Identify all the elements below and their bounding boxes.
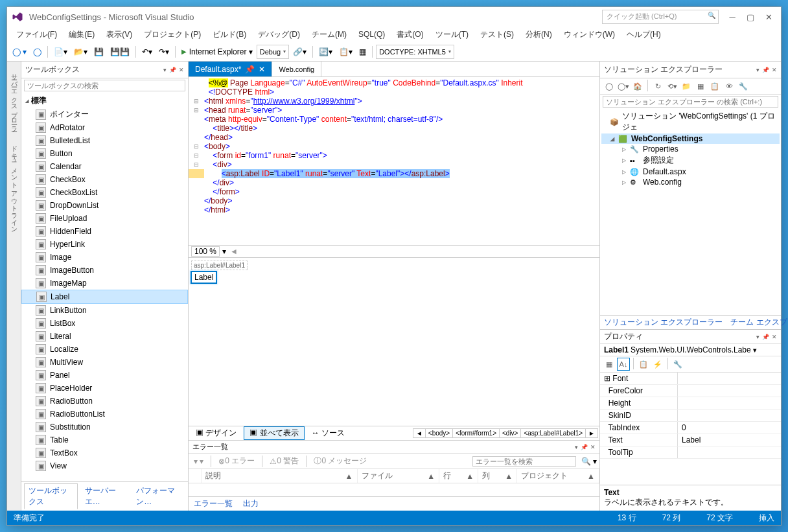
- toolbox-item-panel[interactable]: ▣Panel: [21, 369, 188, 382]
- doc-tab-default-aspx[interactable]: Default.aspx*📌✕: [189, 62, 272, 76]
- warning-filter[interactable]: ⚠ 0 警告: [267, 455, 301, 467]
- toolbox-item-fileupload[interactable]: ▣FileUpload: [21, 212, 188, 225]
- menu-tools[interactable]: ツール(T): [430, 28, 474, 41]
- pane-dropdown-icon[interactable]: ▾: [575, 444, 578, 450]
- pane-dropdown-icon[interactable]: ▾: [163, 67, 167, 73]
- error-filter[interactable]: ⊗ 0 エラー: [216, 455, 257, 467]
- alphabetize-button[interactable]: A↓: [617, 358, 630, 371]
- property-pages-icon[interactable]: 🔧: [671, 358, 684, 371]
- toolbox-item-hyperlink[interactable]: ▣HyperLink: [21, 238, 188, 251]
- close-icon[interactable]: ✕: [772, 67, 777, 73]
- toolbox-item-hiddenfield[interactable]: ▣HiddenField: [21, 225, 188, 238]
- pin-icon[interactable]: 📌: [762, 67, 769, 73]
- nav-back-button[interactable]: ◯ ▾: [10, 44, 29, 60]
- breadcrumb-item[interactable]: <body>: [425, 428, 453, 438]
- toolbox-item-radiobutton[interactable]: ▣RadioButton: [21, 395, 188, 408]
- toolbox-item-listbox[interactable]: ▣ListBox: [21, 317, 188, 330]
- close-icon[interactable]: ✕: [259, 65, 265, 74]
- toolbox-item-checkboxlist[interactable]: ▣CheckBoxList: [21, 186, 188, 199]
- toolbox-item-placeholder[interactable]: ▣PlaceHolder: [21, 382, 188, 395]
- toolbox-item-multiview[interactable]: ▣MultiView: [21, 356, 188, 369]
- menu-team[interactable]: チーム(M): [307, 28, 352, 41]
- property-object-selector[interactable]: Label1 System.Web.UI.WebControls.Labe ▾: [600, 344, 781, 356]
- toolbox-item-checkbox[interactable]: ▣CheckBox: [21, 173, 188, 186]
- toolbox-item-dropdownlist[interactable]: ▣DropDownList: [21, 199, 188, 212]
- toolbox-item-localize[interactable]: ▣Localize: [21, 343, 188, 356]
- categorize-button[interactable]: ▦: [603, 358, 616, 371]
- menu-format[interactable]: 書式(O): [391, 28, 428, 41]
- side-tab-server-explorer[interactable]: サーバー エクスプローラー: [8, 67, 20, 131]
- toolbox-item-adrotator[interactable]: ▣AdRotator: [21, 121, 188, 134]
- zoom-dropdown[interactable]: 100 %: [191, 246, 220, 257]
- open-button[interactable]: 📂▾: [71, 44, 90, 60]
- showall-icon[interactable]: 📁: [680, 80, 693, 93]
- message-filter[interactable]: ⓘ 0 メッセージ: [311, 455, 369, 467]
- code-editor[interactable]: <%@ Page Language="C#" AutoEventWireup="…: [189, 77, 599, 245]
- menu-project[interactable]: プロジェクト(P): [139, 28, 206, 41]
- tree-solution-root[interactable]: 📦ソリューション 'WebConfigSettings' (1 プロジェ: [601, 110, 780, 133]
- tab-performance[interactable]: パフォーマン…: [132, 483, 185, 509]
- label-preview[interactable]: Label: [191, 272, 216, 283]
- menu-window[interactable]: ウィンドウ(W): [559, 28, 620, 41]
- toolbox-item-button[interactable]: ▣Button: [21, 147, 188, 160]
- view-source-button[interactable]: ↔ ソース: [306, 426, 351, 440]
- nav-forward-button[interactable]: ◯: [30, 44, 44, 60]
- menu-view[interactable]: 表示(V): [101, 28, 137, 41]
- filter-dropdown[interactable]: ▾ ▾: [191, 456, 206, 467]
- menu-debug[interactable]: デバッグ(D): [253, 28, 305, 41]
- tab-error-list[interactable]: エラー一覧: [189, 497, 238, 511]
- events-button[interactable]: ⚡: [651, 358, 664, 371]
- tree-web-config[interactable]: ▷⚙Web.config: [601, 177, 780, 187]
- menu-test[interactable]: テスト(S): [475, 28, 519, 41]
- property-row[interactable]: ToolTip: [600, 446, 781, 459]
- property-row[interactable]: TextLabel: [600, 434, 781, 446]
- format-button[interactable]: ▦: [356, 44, 369, 60]
- pane-dropdown-icon[interactable]: ▾: [756, 334, 759, 340]
- breadcrumb-item[interactable]: <asp:Label#Label1>: [520, 428, 586, 438]
- save-all-button[interactable]: 💾💾: [108, 44, 132, 60]
- refresh-icon[interactable]: ↻: [651, 80, 664, 93]
- sync-icon[interactable]: ⟲▾: [666, 80, 678, 93]
- toolbox-item-imagebutton[interactable]: ▣ImageButton: [21, 264, 188, 277]
- menu-analyze[interactable]: 分析(N): [520, 28, 557, 41]
- back-button[interactable]: ◯▾: [617, 80, 630, 93]
- tree-properties[interactable]: ▷🔧Properties: [601, 144, 780, 154]
- tab-output[interactable]: 出力: [238, 497, 264, 511]
- undo-button[interactable]: ↶▾: [139, 44, 155, 60]
- breadcrumb-item[interactable]: <form#form1>: [452, 428, 500, 438]
- property-row[interactable]: TabIndex0: [600, 422, 781, 434]
- toolbox-search-input[interactable]: [24, 80, 185, 91]
- tab-server-explorer[interactable]: サーバー エ…: [80, 483, 130, 509]
- design-preview[interactable]: asp:Label#Label1 Label: [189, 257, 599, 426]
- tab-toolbox[interactable]: ツールボックス: [24, 483, 78, 509]
- menu-help[interactable]: ヘルプ(H): [621, 28, 666, 41]
- view-design-button[interactable]: ▣ デザイン: [190, 426, 242, 440]
- menu-file[interactable]: ファイル(F): [11, 28, 62, 41]
- col-description[interactable]: 説明 ▲: [202, 469, 358, 483]
- pin-icon[interactable]: 📌: [245, 65, 255, 74]
- collapse-icon[interactable]: ▦: [694, 80, 707, 93]
- pin-icon[interactable]: 📌: [169, 67, 176, 73]
- menu-sql[interactable]: SQL(Q): [353, 29, 390, 40]
- home-button[interactable]: ◯: [603, 80, 616, 93]
- solution-search-input[interactable]: [603, 96, 778, 108]
- run-button[interactable]: ▶ Internet Explorer ▾: [179, 44, 255, 60]
- toolbox-item-image[interactable]: ▣Image: [21, 251, 188, 264]
- tab-team-explorer[interactable]: チーム エクスプローラー: [726, 316, 788, 329]
- toolbox-category[interactable]: 標準: [21, 94, 188, 108]
- menu-build[interactable]: ビルド(B): [207, 28, 251, 41]
- breadcrumb-item[interactable]: ◄: [413, 428, 426, 438]
- doctype-dropdown[interactable]: DOCTYPE: XHTML5: [376, 45, 454, 59]
- refresh-button[interactable]: 🔄▾: [316, 44, 335, 60]
- config-dropdown[interactable]: Debug: [257, 45, 289, 59]
- save-button[interactable]: 💾: [91, 44, 106, 60]
- close-icon[interactable]: ✕: [590, 444, 596, 450]
- toolbox-item-linkbutton[interactable]: ▣LinkButton: [21, 304, 188, 317]
- maximize-button[interactable]: ▢: [742, 10, 759, 23]
- col-file[interactable]: ファイル ▲: [358, 469, 440, 483]
- toolbox-item-label[interactable]: ▣Label: [21, 290, 188, 304]
- menu-edit[interactable]: 編集(E): [64, 28, 100, 41]
- tree-default-aspx[interactable]: ▷🌐Default.aspx: [601, 167, 780, 177]
- properties-icon[interactable]: 📋: [708, 80, 721, 93]
- property-row[interactable]: Height: [600, 397, 781, 410]
